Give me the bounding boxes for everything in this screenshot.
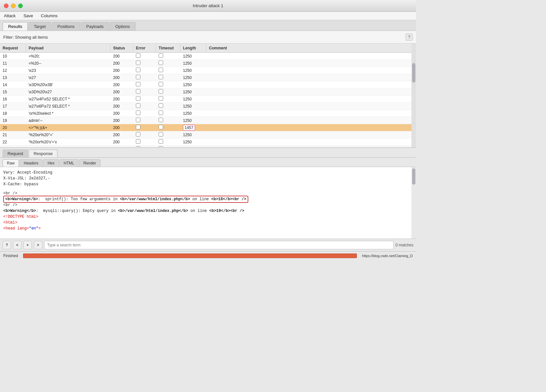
td-timeout[interactable] bbox=[156, 117, 180, 124]
td-length: 1250 bbox=[180, 68, 206, 73]
tab-results[interactable]: Results bbox=[3, 22, 28, 31]
td-error[interactable] bbox=[133, 53, 156, 59]
td-error[interactable] bbox=[133, 124, 156, 131]
td-length: 1457 bbox=[180, 125, 206, 131]
td-comment bbox=[206, 77, 416, 78]
panel-tabs: Request Response bbox=[0, 148, 416, 158]
tab-render[interactable]: Render bbox=[79, 159, 100, 167]
status-url: https://blog.csdn.net/Claming_D bbox=[362, 254, 413, 258]
search-input[interactable] bbox=[44, 241, 394, 249]
td-error[interactable] bbox=[133, 60, 156, 67]
search-prev-button[interactable]: < bbox=[13, 241, 21, 249]
td-comment bbox=[206, 134, 416, 136]
table-row[interactable]: 23 "%20or%20"x"="x 200 1250 bbox=[0, 146, 416, 147]
table-row[interactable]: 18 'or%20select * 200 1250 bbox=[0, 110, 416, 117]
menu-bar: Attack Save Columns bbox=[0, 12, 416, 20]
table-row[interactable]: 19 admin'-- 200 1250 bbox=[0, 117, 416, 124]
table-row[interactable]: 21 '%20or%20''=' 200 1250 bbox=[0, 131, 416, 138]
table-row[interactable]: 20 <>'"%;)(&+ 200 1457 bbox=[0, 124, 416, 131]
td-length: 1250 bbox=[180, 82, 206, 88]
td-timeout[interactable] bbox=[156, 74, 180, 81]
td-comment bbox=[206, 113, 416, 114]
minimize-button[interactable] bbox=[11, 4, 16, 8]
td-payload: 'or%20select * bbox=[26, 111, 110, 116]
td-status: 200 bbox=[110, 118, 133, 124]
td-request: 21 bbox=[0, 132, 26, 138]
tab-html[interactable]: HTML bbox=[59, 159, 79, 167]
search-bar: ? < + > 0 matches bbox=[0, 239, 416, 251]
td-timeout[interactable] bbox=[156, 67, 180, 74]
table-row[interactable]: 16 \x27\x4F\x52 SELECT * 200 1250 bbox=[0, 96, 416, 103]
tab-request[interactable]: Request bbox=[3, 150, 28, 157]
response-scrollbar-thumb[interactable] bbox=[412, 168, 415, 185]
td-timeout[interactable] bbox=[156, 124, 180, 131]
table-scrollbar-track[interactable] bbox=[411, 44, 416, 147]
td-timeout[interactable] bbox=[156, 96, 180, 102]
table-row[interactable]: 13 \x27 200 1250 bbox=[0, 74, 416, 81]
td-error[interactable] bbox=[133, 146, 156, 147]
td-payload: admin'-- bbox=[26, 118, 110, 124]
table-scrollbar-thumb[interactable] bbox=[412, 63, 415, 83]
td-timeout[interactable] bbox=[156, 88, 180, 95]
menu-save[interactable]: Save bbox=[22, 13, 34, 19]
td-error[interactable] bbox=[133, 74, 156, 81]
td-length: 1250 bbox=[180, 146, 206, 148]
table-row[interactable]: 12 \x23 200 1250 bbox=[0, 67, 416, 74]
td-timeout[interactable] bbox=[156, 60, 180, 67]
tab-response[interactable]: Response bbox=[29, 150, 58, 157]
td-error[interactable] bbox=[133, 67, 156, 74]
tab-hex[interactable]: Hex bbox=[43, 159, 58, 167]
response-line-2: X-Via-JSL: 2e2d327,- bbox=[3, 176, 413, 181]
table-row[interactable]: 11 =%20-- 200 1250 bbox=[0, 60, 416, 67]
td-payload: "%20or%20"x"="x bbox=[26, 146, 110, 148]
td-timeout[interactable] bbox=[156, 53, 180, 59]
td-error[interactable] bbox=[133, 81, 156, 88]
table-row[interactable]: 15 \x3D%20\x27 200 1250 bbox=[0, 88, 416, 96]
td-error[interactable] bbox=[133, 96, 156, 102]
td-timeout[interactable] bbox=[156, 103, 180, 110]
search-help-button[interactable]: ? bbox=[3, 241, 11, 249]
td-status: 200 bbox=[110, 68, 133, 73]
table-row[interactable]: 17 \x27\x6F\x72 SELECT * 200 1250 bbox=[0, 103, 416, 110]
tab-headers[interactable]: Headers bbox=[20, 159, 43, 167]
td-error[interactable] bbox=[133, 117, 156, 124]
header-payload: Payload bbox=[26, 45, 110, 52]
menu-attack[interactable]: Attack bbox=[3, 13, 17, 19]
window-controls[interactable] bbox=[4, 4, 23, 8]
close-button[interactable] bbox=[4, 4, 8, 8]
td-timeout[interactable] bbox=[156, 110, 180, 117]
td-error[interactable] bbox=[133, 88, 156, 95]
menu-columns[interactable]: Columns bbox=[40, 13, 59, 19]
tab-target[interactable]: Target bbox=[28, 22, 51, 31]
td-status: 200 bbox=[110, 103, 133, 109]
td-timeout[interactable] bbox=[156, 138, 180, 145]
maximize-button[interactable] bbox=[18, 4, 23, 8]
tab-options[interactable]: Options bbox=[110, 22, 136, 31]
tab-raw[interactable]: Raw bbox=[3, 159, 19, 167]
table-row[interactable]: 10 =%20; 200 1250 bbox=[0, 53, 416, 60]
warning-highlight-1: <b>Warning</b>: sprintf(): Too few argum… bbox=[3, 196, 248, 203]
td-error[interactable] bbox=[133, 103, 156, 110]
td-length: 1250 bbox=[180, 103, 206, 109]
tab-payloads[interactable]: Payloads bbox=[81, 22, 109, 31]
search-next-button[interactable]: > bbox=[34, 241, 42, 249]
td-timeout[interactable] bbox=[156, 146, 180, 147]
td-comment bbox=[206, 63, 416, 64]
td-error[interactable] bbox=[133, 138, 156, 145]
header-length: Length bbox=[180, 45, 206, 52]
tab-positions[interactable]: Positions bbox=[52, 22, 80, 31]
td-timeout[interactable] bbox=[156, 81, 180, 88]
search-add-button[interactable]: + bbox=[23, 241, 32, 249]
table-row[interactable]: 14 \x3D%20\x3B' 200 1250 bbox=[0, 81, 416, 88]
td-payload: \x27 bbox=[26, 75, 110, 81]
td-status: 200 bbox=[110, 82, 133, 88]
td-timeout[interactable] bbox=[156, 131, 180, 138]
table-row[interactable]: 22 '%20or%20'x'='x 200 1250 bbox=[0, 138, 416, 146]
status-bar: Finished https://blog.csdn.net/Claming_D bbox=[0, 251, 416, 260]
td-error[interactable] bbox=[133, 131, 156, 138]
response-warning-2: <b>Warning</b>: mysqli::query(): Empty q… bbox=[3, 208, 413, 214]
td-comment bbox=[206, 106, 416, 107]
response-scrollbar-track[interactable] bbox=[411, 167, 416, 239]
filter-help-button[interactable]: ? bbox=[406, 33, 413, 41]
td-error[interactable] bbox=[133, 110, 156, 117]
